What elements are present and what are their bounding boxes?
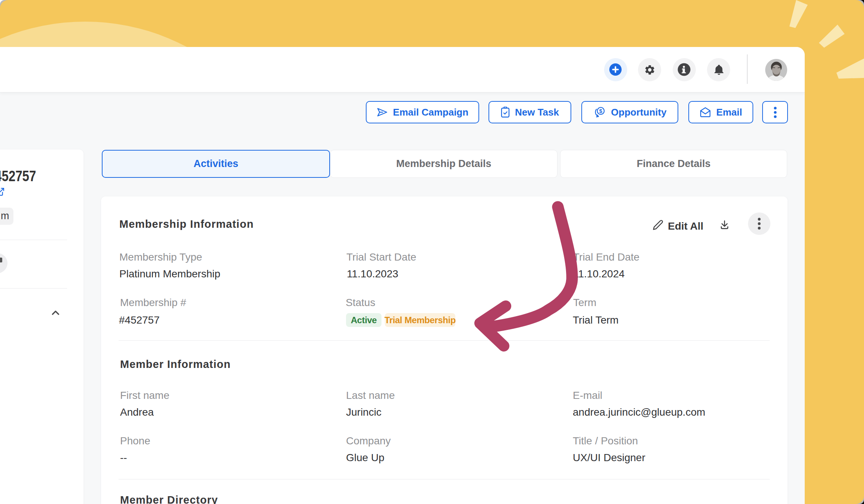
svg-text:$: $ <box>599 108 602 114</box>
